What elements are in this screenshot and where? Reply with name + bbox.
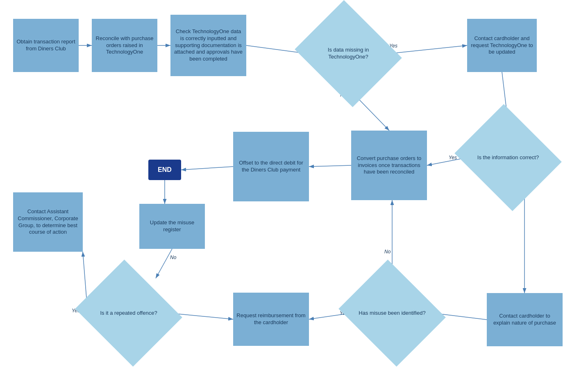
diamond-data-missing: Is data missing in TechnologyOne? [307,19,389,88]
box-request-reimbursement-label: Request reimbursement from the cardholde… [236,312,306,326]
box-update-misuse: Update the misuse register [139,204,205,249]
diamond-repeated-offence: Is it a repeated offence? [88,278,170,348]
box-obtain: Obtain transaction report from Diners Cl… [13,19,79,72]
box-reconcile-label: Reconcile with purchase orders raised in… [95,35,154,56]
box-update-misuse-label: Update the misuse register [143,219,202,233]
box-offset-label: Offset to the direct debit for the Diner… [236,160,306,174]
svg-line-9 [181,167,233,170]
box-contact-assistant: Contact Assistant Commissioner, Corporat… [13,192,83,252]
diamond-info-correct-text: Is the information correct? [474,151,542,165]
box-contact-cardholder-label: Contact cardholder to explain nature of … [490,313,559,327]
box-convert: Convert purchase orders to invoices once… [351,131,427,200]
label-no3: No [384,249,390,255]
diamond-info-correct: Is the information correct? [467,123,549,192]
box-reconcile: Reconcile with purchase orders raised in… [92,19,157,72]
box-end-label: END [158,166,172,174]
box-contact-update: Contact cardholder and request Technolog… [467,19,537,72]
box-end: END [148,160,181,180]
box-contact-update-label: Contact cardholder and request Technolog… [470,35,534,56]
svg-line-8 [309,165,351,167]
box-check: Check TechnologyOne data is correctly in… [170,15,246,76]
svg-line-11 [156,249,172,278]
box-contact-cardholder: Contact cardholder to explain nature of … [487,293,563,346]
box-contact-assistant-label: Contact Assistant Commissioner, Corporat… [16,208,79,236]
label-yes2: Yes [449,155,457,160]
label-no4: No [170,255,176,260]
svg-line-4 [389,45,467,54]
box-offset: Offset to the direct debit for the Diner… [233,132,309,201]
diamond-misuse-identified-text: Has misuse been identified? [355,307,429,320]
diamond-data-missing-text: Is data missing in TechnologyOne? [307,43,389,64]
box-request-reimbursement: Request reimbursement from the cardholde… [233,293,309,346]
diamond-repeated-offence-text: Is it a repeated offence? [97,307,160,320]
diamond-misuse-identified: Has misuse been identified? [351,278,433,348]
flowchart: Yes No Yes No Yes No Yes No Obtain trans… [0,0,588,370]
box-check-label: Check TechnologyOne data is correctly in… [174,28,243,63]
box-obtain-label: Obtain transaction report from Diners Cl… [16,38,75,52]
box-convert-label: Convert purchase orders to invoices once… [354,155,424,176]
